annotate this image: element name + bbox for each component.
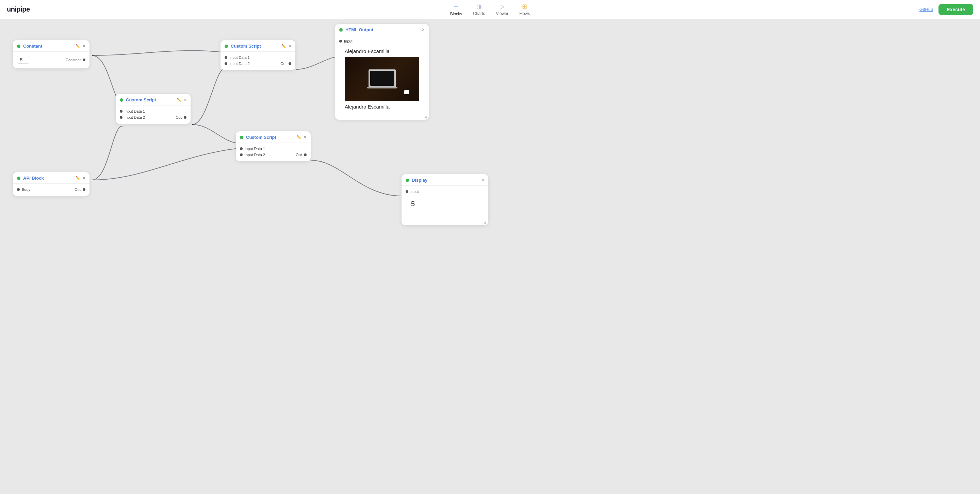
custom-script-2-node: Custom Script Input Data 1 Input Data 2 bbox=[221, 40, 295, 70]
custom-script-3-output-dot bbox=[304, 153, 307, 156]
api-block-edit-button[interactable] bbox=[76, 176, 80, 180]
blocks-icon: ＋ bbox=[453, 2, 459, 11]
html-output-title: HTML Output bbox=[345, 27, 373, 32]
display-input-row: Input bbox=[406, 189, 484, 195]
custom-script-1-output-dot bbox=[184, 116, 186, 119]
custom-script-3-actions bbox=[297, 135, 307, 140]
custom-script-2-output-port: Out bbox=[280, 62, 291, 66]
html-output-name2: Alejandro Escamilla bbox=[345, 104, 419, 110]
nav-charts[interactable]: ◑ Charts bbox=[473, 3, 485, 16]
display-node: Display Input 5 ◢ bbox=[401, 174, 488, 225]
laptop-wrap bbox=[367, 70, 398, 89]
api-block-close-button[interactable] bbox=[82, 176, 86, 180]
display-close-button[interactable] bbox=[481, 178, 484, 183]
api-block-actions bbox=[76, 176, 86, 180]
html-output-status-dot bbox=[339, 28, 343, 32]
custom-script-2-edit-button[interactable] bbox=[282, 44, 286, 48]
api-block-node: API Block Body Out bbox=[13, 172, 89, 196]
custom-script-3-title: Custom Script bbox=[246, 135, 276, 140]
constant-close-button[interactable] bbox=[82, 44, 86, 48]
display-title-group: Display bbox=[406, 178, 427, 183]
constant-node-header: Constant bbox=[13, 40, 89, 52]
nav: ＋ Blocks ◑ Charts ▷ Viewer ⊞ Flows bbox=[450, 2, 490, 16]
nav-blocks[interactable]: ＋ Blocks bbox=[450, 2, 462, 16]
display-actions bbox=[481, 178, 484, 183]
constant-output-label: Constant bbox=[66, 58, 81, 62]
display-resize-handle[interactable]: ◢ bbox=[484, 220, 486, 224]
custom-script-1-title: Custom Script bbox=[126, 97, 156, 102]
custom-script-2-input1-dot bbox=[224, 56, 227, 59]
custom-script-3-input1-row: Input Data 1 bbox=[240, 146, 307, 152]
custom-script-1-actions bbox=[177, 98, 186, 102]
constant-output-dot bbox=[83, 59, 86, 61]
api-block-input-label: Body bbox=[17, 187, 30, 192]
custom-script-2-title: Custom Script bbox=[231, 44, 261, 49]
html-output-input-row: Input bbox=[339, 38, 425, 44]
custom-script-3-status-dot bbox=[240, 136, 243, 139]
constant-value-input[interactable] bbox=[17, 56, 29, 64]
custom-script-2-actions bbox=[282, 44, 291, 48]
display-content: 5 bbox=[406, 195, 484, 222]
api-block-body: Body Out bbox=[13, 184, 89, 196]
constant-body: Constant bbox=[13, 52, 89, 68]
custom-script-1-status-dot bbox=[120, 98, 123, 102]
custom-script-1-output-port: Out bbox=[176, 115, 186, 119]
nav-charts-label: Charts bbox=[473, 11, 485, 16]
display-body: Input 5 ◢ bbox=[401, 186, 488, 225]
api-block-header: API Block bbox=[13, 172, 89, 184]
custom-script-3-output-port: Out bbox=[296, 153, 307, 157]
api-block-output-dot bbox=[83, 188, 86, 191]
custom-script-3-edit-button[interactable] bbox=[297, 135, 301, 140]
constant-actions bbox=[76, 44, 86, 48]
api-block-title-group: API Block bbox=[17, 176, 44, 181]
custom-script-1-body: Input Data 1 Input Data 2 Out bbox=[116, 105, 191, 124]
constant-output-port: Constant bbox=[66, 58, 86, 62]
laptop-body bbox=[369, 70, 396, 87]
custom-script-1-input1-dot bbox=[120, 110, 123, 113]
constant-title-group: Constant bbox=[17, 44, 42, 49]
custom-script-2-input2-dot bbox=[224, 62, 227, 65]
resize-handle[interactable]: ◢ bbox=[424, 114, 427, 118]
api-block-title: API Block bbox=[23, 176, 44, 181]
constant-node-title: Constant bbox=[23, 44, 42, 49]
coffee-cup bbox=[404, 90, 409, 94]
custom-script-3-node: Custom Script Input Data 1 Input Data 2 bbox=[236, 131, 311, 161]
api-block-body-port: Body Out bbox=[17, 186, 86, 192]
custom-script-1-edit-button[interactable] bbox=[177, 98, 181, 102]
display-header: Display bbox=[401, 174, 488, 186]
html-output-content: Alejandro Escamilla Alejandro Escamilla bbox=[339, 44, 425, 116]
constant-edit-button[interactable] bbox=[76, 44, 80, 48]
custom-script-3-input2-dot bbox=[240, 153, 243, 156]
custom-script-3-title-group: Custom Script bbox=[240, 135, 276, 140]
custom-script-1-node: Custom Script Input Data 1 Input Data 2 bbox=[116, 94, 191, 124]
constant-node: Constant Constant bbox=[13, 40, 89, 68]
display-input-dot bbox=[406, 190, 408, 193]
custom-script-2-close-button[interactable] bbox=[288, 44, 291, 48]
canvas: Constant Constant API Block bbox=[0, 19, 490, 247]
custom-script-3-close-button[interactable] bbox=[304, 135, 307, 140]
custom-script-2-header: Custom Script bbox=[221, 40, 295, 52]
display-value: 5 bbox=[411, 200, 479, 208]
html-output-body: Input Alejandro Escamilla bbox=[335, 35, 429, 120]
custom-script-1-close-button[interactable] bbox=[183, 98, 186, 102]
api-block-status-dot bbox=[17, 176, 21, 180]
nav-blocks-label: Blocks bbox=[450, 11, 462, 16]
api-block-output-port: Out bbox=[75, 187, 86, 192]
logo: unipipe bbox=[7, 5, 30, 13]
html-output-title-group: HTML Output bbox=[339, 27, 373, 32]
api-block-input-dot bbox=[17, 188, 20, 191]
custom-script-2-input1-row: Input Data 1 bbox=[224, 54, 291, 60]
custom-script-3-body: Input Data 1 Input Data 2 Out bbox=[236, 143, 311, 161]
custom-script-2-title-group: Custom Script bbox=[224, 44, 261, 49]
html-output-input-dot bbox=[339, 40, 342, 43]
custom-script-2-input2-row: Input Data 2 Out bbox=[224, 60, 291, 67]
custom-script-2-body: Input Data 1 Input Data 2 Out bbox=[221, 52, 295, 70]
display-title: Display bbox=[412, 178, 427, 183]
constant-value-row: Constant bbox=[17, 54, 86, 65]
custom-script-3-input1-dot bbox=[240, 147, 243, 150]
html-output-name1: Alejandro Escamilla bbox=[345, 48, 419, 54]
html-output-image bbox=[345, 57, 419, 101]
html-output-close-button[interactable] bbox=[422, 27, 425, 32]
custom-script-2-status-dot bbox=[224, 44, 228, 48]
constant-status-dot bbox=[17, 44, 21, 48]
